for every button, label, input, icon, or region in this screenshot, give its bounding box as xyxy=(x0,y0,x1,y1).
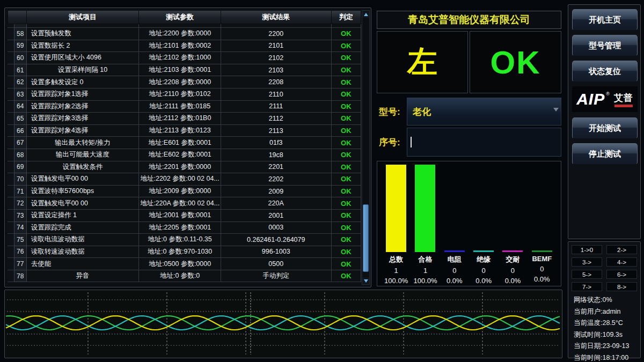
home-button[interactable]: 开机主页 xyxy=(572,9,638,31)
model-label: 型号: xyxy=(377,106,407,118)
row-gutter xyxy=(8,246,14,258)
table-vertical-scrollbar[interactable] xyxy=(362,10,370,285)
chart-count-value: 0 xyxy=(511,267,515,275)
cell-judge: OK xyxy=(332,186,361,198)
status-line: 当前时间:18:17:00 xyxy=(574,352,637,362)
cell-test-item: 设置数据采样方式触发式 xyxy=(27,24,140,28)
registered-mark-icon: ® xyxy=(606,91,610,97)
table-row[interactable]: 69设置触发条件地址:2201 参数:00002201OK xyxy=(8,161,361,174)
table-row[interactable]: 67输出最大转矩/推力地址:E601 参数:000101f3OK xyxy=(8,137,361,149)
table-row[interactable]: 76读取转速波动数据地址:0 参数:970-1030996-1003OK xyxy=(8,246,361,258)
status-line: 当前用户:admin xyxy=(574,306,637,318)
chart-count-value: 0 xyxy=(452,267,456,275)
table-row[interactable]: 78异音地址:0 参数:0手动判定OK xyxy=(8,270,361,283)
stat-bar xyxy=(444,250,465,252)
table-row[interactable]: 72设置触发电平00 00地址:220A 参数:00 02 04...220AO… xyxy=(8,197,361,210)
cell-test-param: 地址:2009 参数:0000 xyxy=(139,186,221,198)
stat-bar xyxy=(532,250,552,252)
cell-test-result: 2208 xyxy=(221,76,332,88)
model-dropdown[interactable]: 老化 xyxy=(407,98,561,125)
cell-judge: OK xyxy=(332,64,361,77)
table-row[interactable]: 66设置跟踪对象4选择地址:2113 参数:01232113OK xyxy=(8,125,361,137)
table-row[interactable]: 74设置跟踪完成地址:2205 参数:00010003OK xyxy=(8,222,361,234)
table-row[interactable]: 62设置多触发设定 0地址:2208 参数:00002208OK xyxy=(8,76,361,88)
table-row[interactable]: 59设置数据长 2地址:2101 参数:00022101OK xyxy=(8,40,361,53)
row-number: 57 xyxy=(14,24,27,28)
scrollbar-down-arrow[interactable] xyxy=(362,277,369,284)
channel-button-2[interactable]: 2-> xyxy=(606,245,637,254)
table-row[interactable]: 71设置波特率57600bps地址:2009 参数:00002009OK xyxy=(8,186,361,198)
table-header-param: 测试参数 xyxy=(139,10,221,24)
status-reset-button[interactable]: 状态复位 xyxy=(572,61,638,82)
bar-wrap xyxy=(502,165,523,252)
cell-test-item: 去使能 xyxy=(27,258,140,270)
cell-test-param: 地址:2208 参数:0000 xyxy=(139,76,221,88)
table-row[interactable]: 65设置跟踪对象3选择地址:2112 参数:01B02112OK xyxy=(8,113,361,125)
table-row[interactable]: 64设置跟踪对象2选择地址:2111 参数:01852111OK xyxy=(8,101,361,113)
table-row[interactable]: 58设置预触发数地址:2200 参数:00002200OK xyxy=(8,28,361,40)
cell-test-item: 设置使用区域大小 4096 xyxy=(27,52,140,64)
cell-test-param: 地址:0 参数:0 xyxy=(139,270,221,283)
table-row[interactable]: 70设置触发电平00 00地址:2202 参数:00 02 04...2202O… xyxy=(8,173,361,186)
cell-test-param: 地址:2110 参数:0102 xyxy=(139,88,221,101)
stat-bar xyxy=(386,165,406,252)
cell-test-item: 读取转速波动数据 xyxy=(27,246,140,258)
cell-test-param: 地址:2103 参数:0001 xyxy=(139,64,221,77)
table-row[interactable]: 57设置数据采样方式触发式地址:2100 参数:00010010OK xyxy=(8,24,361,28)
row-gutter xyxy=(8,101,14,113)
table-body: 57设置数据采样方式触发式地址:2100 参数:00010010OK58设置预触… xyxy=(8,24,361,285)
start-test-button[interactable]: 开始测试 xyxy=(572,117,638,139)
cell-test-result: 2009 xyxy=(221,186,332,198)
row-gutter xyxy=(8,28,14,40)
cell-test-param: 地址:2205 参数:0001 xyxy=(139,222,221,234)
cell-test-result: 0010 xyxy=(221,24,332,28)
table-row[interactable]: 73设置设定操作 1地址:2001 参数:00012001OK xyxy=(8,210,361,222)
serial-input[interactable] xyxy=(407,128,561,157)
channel-button-grid: 1->02->3->4->5->6->7->8-> xyxy=(572,245,637,291)
channel-button-3[interactable]: 3-> xyxy=(572,257,602,267)
table-row[interactable]: 63设置跟踪对象1选择地址:2110 参数:01022110OK xyxy=(8,88,361,101)
side-indicator: 左 xyxy=(377,31,468,93)
cell-test-result: 19c8 xyxy=(221,149,332,161)
channel-button-8[interactable]: 8-> xyxy=(606,282,637,291)
scrollbar-up-arrow[interactable] xyxy=(362,11,369,18)
cell-judge: OK xyxy=(332,113,361,125)
cell-test-item: 设置跟踪完成 xyxy=(27,222,140,234)
cell-test-item: 设置触发电平00 00 xyxy=(27,173,140,186)
cell-test-param: 地址:0500 参数:0000 xyxy=(139,258,221,270)
table-row[interactable]: 75读取电流波动数据地址:0 参数:0.11-0.350.262461-0.26… xyxy=(8,234,361,246)
cell-judge: OK xyxy=(332,197,361,210)
channel-button-4[interactable]: 4-> xyxy=(606,257,637,267)
channel-button-6[interactable]: 6-> xyxy=(606,270,637,279)
aip-logo-text: AIP xyxy=(576,91,605,107)
waveform-panel xyxy=(4,290,562,358)
table-row[interactable]: 60设置使用区域大小 4096地址:2102 参数:10002102OK xyxy=(8,52,361,64)
stop-test-button[interactable]: 停止测试 xyxy=(572,143,638,165)
channel-button-5[interactable]: 5-> xyxy=(572,270,602,279)
cell-test-result: 2110 xyxy=(221,88,332,101)
row-number: 74 xyxy=(14,222,27,234)
scrollbar-track[interactable] xyxy=(362,18,369,277)
table-header-blank xyxy=(8,10,27,24)
cell-judge: OK xyxy=(332,173,361,186)
bar-wrap xyxy=(444,165,465,252)
chart-column: 绝缘00.0% xyxy=(469,165,498,286)
table-row[interactable]: 68输出可能最大速度地址:E602 参数:000119c8OK xyxy=(8,149,361,161)
cell-judge: OK xyxy=(332,52,361,64)
table-row[interactable]: 77去使能地址:0500 参数:00000500OK xyxy=(8,258,361,270)
channel-button-7[interactable]: 7-> xyxy=(572,282,602,291)
aip-logo: AIP® 艾普 xyxy=(572,86,638,112)
cell-test-item: 读取电流波动数据 xyxy=(27,234,140,246)
triangle-up-icon xyxy=(364,13,368,16)
chart-percent-value: 100.0% xyxy=(413,277,437,285)
row-gutter xyxy=(8,24,14,28)
channel-button-1[interactable]: 1->0 xyxy=(572,245,602,254)
scrollbar-thumb[interactable] xyxy=(363,204,369,272)
row-gutter xyxy=(8,222,14,234)
table-row[interactable]: 61设置采样间隔 10地址:2103 参数:00012103OK xyxy=(8,64,361,77)
cell-judge: OK xyxy=(332,161,361,174)
serial-label: 序号: xyxy=(377,136,407,149)
cell-test-param: 地址:0 参数:970-1030 xyxy=(139,246,221,258)
chart-column: 交耐00.0% xyxy=(498,165,527,286)
model-manage-button[interactable]: 型号管理 xyxy=(572,35,638,56)
